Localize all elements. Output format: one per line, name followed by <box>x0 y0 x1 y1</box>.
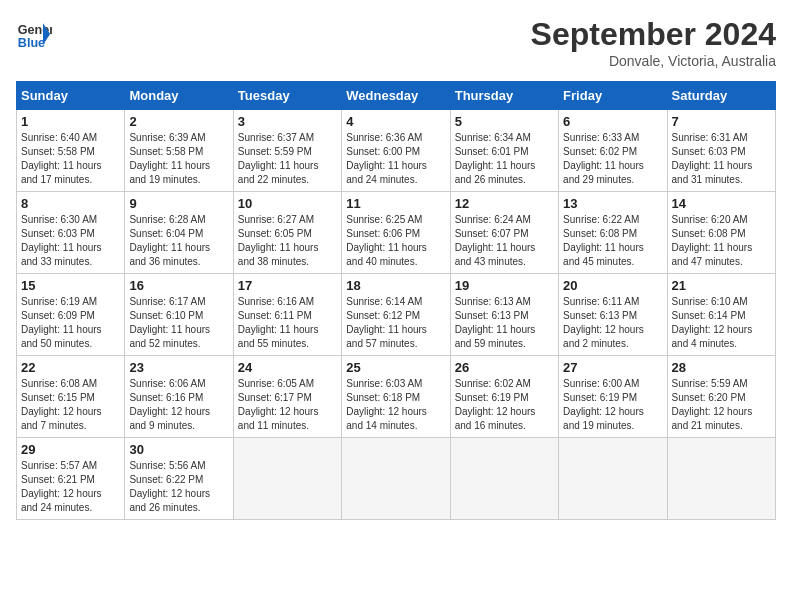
day-info: Sunrise: 6:37 AMSunset: 5:59 PMDaylight:… <box>238 131 337 187</box>
day-number: 9 <box>129 196 228 211</box>
col-sunday: Sunday <box>17 82 125 110</box>
day-info: Sunrise: 6:05 AMSunset: 6:17 PMDaylight:… <box>238 377 337 433</box>
day-info: Sunrise: 6:28 AMSunset: 6:04 PMDaylight:… <box>129 213 228 269</box>
day-number: 17 <box>238 278 337 293</box>
table-row: 27 Sunrise: 6:00 AMSunset: 6:19 PMDaylig… <box>559 356 667 438</box>
day-number: 5 <box>455 114 554 129</box>
day-info: Sunrise: 5:56 AMSunset: 6:22 PMDaylight:… <box>129 459 228 515</box>
table-row: 29 Sunrise: 5:57 AMSunset: 6:21 PMDaylig… <box>17 438 125 520</box>
calendar-week-row: 15 Sunrise: 6:19 AMSunset: 6:09 PMDaylig… <box>17 274 776 356</box>
table-row: 26 Sunrise: 6:02 AMSunset: 6:19 PMDaylig… <box>450 356 558 438</box>
table-row: 8 Sunrise: 6:30 AMSunset: 6:03 PMDayligh… <box>17 192 125 274</box>
day-info: Sunrise: 6:27 AMSunset: 6:05 PMDaylight:… <box>238 213 337 269</box>
title-block: September 2024 Donvale, Victoria, Austra… <box>531 16 776 69</box>
day-number: 16 <box>129 278 228 293</box>
day-number: 29 <box>21 442 120 457</box>
day-number: 25 <box>346 360 445 375</box>
day-number: 22 <box>21 360 120 375</box>
table-row: 14 Sunrise: 6:20 AMSunset: 6:08 PMDaylig… <box>667 192 775 274</box>
table-row: 13 Sunrise: 6:22 AMSunset: 6:08 PMDaylig… <box>559 192 667 274</box>
day-number: 28 <box>672 360 771 375</box>
day-number: 6 <box>563 114 662 129</box>
table-row: 12 Sunrise: 6:24 AMSunset: 6:07 PMDaylig… <box>450 192 558 274</box>
day-info: Sunrise: 6:20 AMSunset: 6:08 PMDaylight:… <box>672 213 771 269</box>
table-row: 10 Sunrise: 6:27 AMSunset: 6:05 PMDaylig… <box>233 192 341 274</box>
calendar-table: Sunday Monday Tuesday Wednesday Thursday… <box>16 81 776 520</box>
day-info: Sunrise: 6:31 AMSunset: 6:03 PMDaylight:… <box>672 131 771 187</box>
table-row: 22 Sunrise: 6:08 AMSunset: 6:15 PMDaylig… <box>17 356 125 438</box>
day-info: Sunrise: 6:33 AMSunset: 6:02 PMDaylight:… <box>563 131 662 187</box>
calendar-week-row: 1 Sunrise: 6:40 AMSunset: 5:58 PMDayligh… <box>17 110 776 192</box>
day-number: 2 <box>129 114 228 129</box>
day-number: 20 <box>563 278 662 293</box>
table-row: 2 Sunrise: 6:39 AMSunset: 5:58 PMDayligh… <box>125 110 233 192</box>
calendar-header-row: Sunday Monday Tuesday Wednesday Thursday… <box>17 82 776 110</box>
day-number: 12 <box>455 196 554 211</box>
calendar-week-row: 8 Sunrise: 6:30 AMSunset: 6:03 PMDayligh… <box>17 192 776 274</box>
empty-cell <box>667 438 775 520</box>
day-info: Sunrise: 6:06 AMSunset: 6:16 PMDaylight:… <box>129 377 228 433</box>
day-number: 10 <box>238 196 337 211</box>
day-info: Sunrise: 6:36 AMSunset: 6:00 PMDaylight:… <box>346 131 445 187</box>
day-info: Sunrise: 6:14 AMSunset: 6:12 PMDaylight:… <box>346 295 445 351</box>
day-number: 1 <box>21 114 120 129</box>
col-saturday: Saturday <box>667 82 775 110</box>
day-info: Sunrise: 5:57 AMSunset: 6:21 PMDaylight:… <box>21 459 120 515</box>
table-row: 15 Sunrise: 6:19 AMSunset: 6:09 PMDaylig… <box>17 274 125 356</box>
day-number: 8 <box>21 196 120 211</box>
day-number: 13 <box>563 196 662 211</box>
day-number: 30 <box>129 442 228 457</box>
day-info: Sunrise: 6:10 AMSunset: 6:14 PMDaylight:… <box>672 295 771 351</box>
col-tuesday: Tuesday <box>233 82 341 110</box>
empty-cell <box>559 438 667 520</box>
col-friday: Friday <box>559 82 667 110</box>
day-number: 15 <box>21 278 120 293</box>
table-row: 1 Sunrise: 6:40 AMSunset: 5:58 PMDayligh… <box>17 110 125 192</box>
calendar-week-row: 22 Sunrise: 6:08 AMSunset: 6:15 PMDaylig… <box>17 356 776 438</box>
day-info: Sunrise: 6:00 AMSunset: 6:19 PMDaylight:… <box>563 377 662 433</box>
calendar-week-row: 29 Sunrise: 5:57 AMSunset: 6:21 PMDaylig… <box>17 438 776 520</box>
empty-cell <box>450 438 558 520</box>
page-header: General Blue September 2024 Donvale, Vic… <box>16 16 776 69</box>
location-text: Donvale, Victoria, Australia <box>531 53 776 69</box>
logo: General Blue <box>16 16 52 52</box>
table-row: 18 Sunrise: 6:14 AMSunset: 6:12 PMDaylig… <box>342 274 450 356</box>
calendar-body: 1 Sunrise: 6:40 AMSunset: 5:58 PMDayligh… <box>17 110 776 520</box>
day-number: 3 <box>238 114 337 129</box>
day-number: 7 <box>672 114 771 129</box>
table-row: 20 Sunrise: 6:11 AMSunset: 6:13 PMDaylig… <box>559 274 667 356</box>
day-info: Sunrise: 6:03 AMSunset: 6:18 PMDaylight:… <box>346 377 445 433</box>
table-row: 6 Sunrise: 6:33 AMSunset: 6:02 PMDayligh… <box>559 110 667 192</box>
day-number: 14 <box>672 196 771 211</box>
day-info: Sunrise: 6:30 AMSunset: 6:03 PMDaylight:… <box>21 213 120 269</box>
day-info: Sunrise: 6:02 AMSunset: 6:19 PMDaylight:… <box>455 377 554 433</box>
day-info: Sunrise: 5:59 AMSunset: 6:20 PMDaylight:… <box>672 377 771 433</box>
day-number: 4 <box>346 114 445 129</box>
day-info: Sunrise: 6:22 AMSunset: 6:08 PMDaylight:… <box>563 213 662 269</box>
empty-cell <box>233 438 341 520</box>
day-info: Sunrise: 6:19 AMSunset: 6:09 PMDaylight:… <box>21 295 120 351</box>
table-row: 19 Sunrise: 6:13 AMSunset: 6:13 PMDaylig… <box>450 274 558 356</box>
day-info: Sunrise: 6:17 AMSunset: 6:10 PMDaylight:… <box>129 295 228 351</box>
table-row: 9 Sunrise: 6:28 AMSunset: 6:04 PMDayligh… <box>125 192 233 274</box>
month-title: September 2024 <box>531 16 776 53</box>
table-row: 16 Sunrise: 6:17 AMSunset: 6:10 PMDaylig… <box>125 274 233 356</box>
day-info: Sunrise: 6:40 AMSunset: 5:58 PMDaylight:… <box>21 131 120 187</box>
logo-icon: General Blue <box>16 16 52 52</box>
day-info: Sunrise: 6:24 AMSunset: 6:07 PMDaylight:… <box>455 213 554 269</box>
day-number: 21 <box>672 278 771 293</box>
day-number: 18 <box>346 278 445 293</box>
table-row: 24 Sunrise: 6:05 AMSunset: 6:17 PMDaylig… <box>233 356 341 438</box>
day-number: 19 <box>455 278 554 293</box>
table-row: 25 Sunrise: 6:03 AMSunset: 6:18 PMDaylig… <box>342 356 450 438</box>
table-row: 30 Sunrise: 5:56 AMSunset: 6:22 PMDaylig… <box>125 438 233 520</box>
table-row: 11 Sunrise: 6:25 AMSunset: 6:06 PMDaylig… <box>342 192 450 274</box>
day-info: Sunrise: 6:13 AMSunset: 6:13 PMDaylight:… <box>455 295 554 351</box>
day-number: 11 <box>346 196 445 211</box>
table-row: 5 Sunrise: 6:34 AMSunset: 6:01 PMDayligh… <box>450 110 558 192</box>
table-row: 3 Sunrise: 6:37 AMSunset: 5:59 PMDayligh… <box>233 110 341 192</box>
table-row: 4 Sunrise: 6:36 AMSunset: 6:00 PMDayligh… <box>342 110 450 192</box>
day-number: 24 <box>238 360 337 375</box>
table-row: 21 Sunrise: 6:10 AMSunset: 6:14 PMDaylig… <box>667 274 775 356</box>
table-row: 7 Sunrise: 6:31 AMSunset: 6:03 PMDayligh… <box>667 110 775 192</box>
